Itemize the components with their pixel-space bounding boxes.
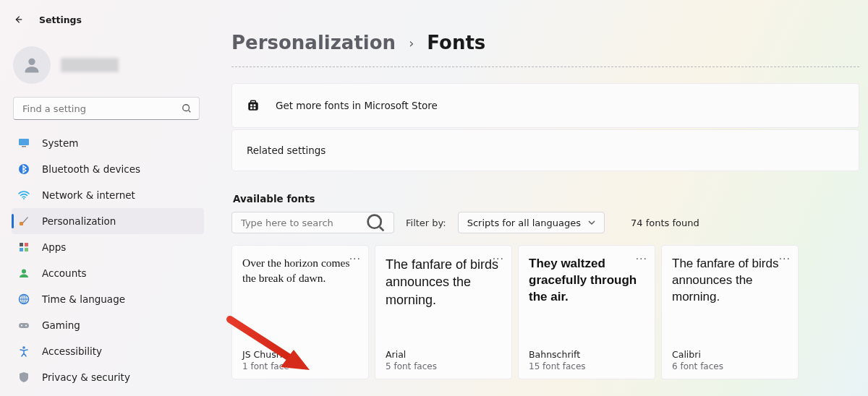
sidebar-item-accessibility[interactable]: Accessibility [12,338,204,364]
svg-rect-21 [254,104,256,106]
svg-rect-22 [250,107,252,109]
svg-rect-2 [19,139,29,145]
bluetooth-icon [17,163,30,176]
breadcrumb-current: Fonts [427,32,485,53]
shield-icon [17,371,30,384]
gamepad-icon [17,319,30,332]
font-card[interactable]: ··· They waltzed gracefully through the … [518,245,655,379]
sidebar-item-system[interactable]: System [12,130,204,156]
font-sample: They waltzed gracefully through the air. [529,256,644,345]
divider [231,66,859,67]
sidebar-item-gaming[interactable]: Gaming [12,312,204,338]
arrow-left-icon [13,14,23,25]
person-icon [22,55,42,75]
wifi-icon [17,189,30,202]
sidebar-item-label: Accounts [42,267,87,279]
svg-point-1 [183,105,190,111]
filter-by-label: Filter by: [406,218,446,228]
font-sample: Over the horizon comes the break of dawn… [242,256,358,345]
font-sample: The fanfare of birds announces the morni… [672,256,788,345]
globe-clock-icon [17,293,30,306]
sidebar-item-label: Personalization [42,215,116,227]
sidebar-item-label: Accessibility [42,345,102,357]
svg-rect-23 [254,107,256,109]
related-settings-row[interactable]: Related settings [231,129,859,171]
app-title: Settings [39,14,82,25]
svg-rect-3 [22,146,26,147]
monitor-icon [17,137,30,150]
sidebar-item-privacy[interactable]: Privacy & security [12,364,204,390]
chevron-down-icon [588,219,595,226]
sidebar-item-label: Bluetooth & devices [42,163,140,175]
sidebar-item-label: Apps [42,241,66,253]
svg-rect-7 [20,243,23,246]
font-search[interactable] [231,212,394,233]
font-card[interactable]: ··· Over the horizon comes the break of … [231,245,369,379]
account-icon [17,267,30,280]
chevron-right-icon: › [409,35,414,51]
svg-rect-9 [20,248,23,251]
profile-block[interactable] [13,46,203,84]
fonts-count: 74 fonts found [631,218,699,228]
font-grid: ··· Over the horizon comes the break of … [231,245,859,379]
breadcrumb-parent[interactable]: Personalization [231,32,396,53]
svg-rect-8 [25,243,28,246]
sidebar-item-time[interactable]: Time & language [12,286,204,312]
more-icon[interactable]: ··· [493,253,504,264]
store-link-label: Get more fonts in Microsoft Store [276,100,438,111]
sidebar-item-label: Network & internet [42,189,135,201]
svg-rect-10 [25,248,28,251]
sidebar-item-personalization[interactable]: Personalization [12,208,204,234]
svg-rect-20 [250,104,252,106]
svg-point-11 [22,270,26,274]
nav: System Bluetooth & devices Network & int… [12,130,204,390]
sidebar-item-bluetooth[interactable]: Bluetooth & devices [12,156,204,182]
store-link-row[interactable]: Get more fonts in Microsoft Store [231,83,859,128]
apps-icon [17,241,30,254]
svg-rect-14 [19,323,29,328]
font-faces: 15 font faces [529,361,644,371]
svg-point-5 [23,198,25,199]
font-faces: 6 font faces [672,361,788,371]
font-faces: 5 font faces [386,361,501,371]
svg-point-15 [21,325,22,327]
sidebar-item-network[interactable]: Network & internet [12,182,204,208]
font-card[interactable]: ··· The fanfare of birds announces the m… [375,245,512,379]
font-faces: 1 font face [242,361,358,371]
more-icon[interactable]: ··· [779,253,791,264]
filter-row: Filter by: Scripts for all languages 74 … [231,212,859,233]
main: Personalization › Fonts Get more fonts i… [210,0,868,396]
svg-point-24 [368,215,381,228]
font-name: Bahnschrift [529,349,644,360]
settings-search[interactable] [13,97,200,120]
search-icon [365,212,386,233]
paintbrush-icon [17,215,30,228]
filter-dropdown-value: Scripts for all languages [467,218,581,228]
back-button[interactable] [12,13,25,26]
svg-rect-19 [251,100,256,103]
settings-search-input[interactable] [21,103,182,115]
filter-dropdown[interactable]: Scripts for all languages [458,212,605,233]
store-icon [247,99,260,112]
profile-name [61,58,119,72]
sidebar-item-label: Time & language [42,293,125,305]
more-icon[interactable]: ··· [349,253,361,264]
font-sample: The fanfare of birds announces the morni… [386,256,501,345]
sidebar-item-label: Gaming [42,319,80,331]
svg-point-0 [28,59,35,65]
available-fonts-title: Available fonts [233,193,859,205]
font-search-input[interactable] [239,217,365,229]
related-settings-label: Related settings [247,145,326,156]
sidebar-item-label: Privacy & security [42,371,130,383]
svg-point-17 [22,346,25,349]
sidebar-item-label: System [42,137,78,149]
breadcrumb: Personalization › Fonts [231,32,859,53]
search-icon [182,103,192,113]
font-name: Arial [386,349,501,360]
sidebar-item-accounts[interactable]: Accounts [12,260,204,286]
font-card[interactable]: ··· The fanfare of birds announces the m… [661,245,799,379]
avatar [13,46,51,84]
sidebar-item-apps[interactable]: Apps [12,234,204,260]
font-name: Calibri [672,349,788,360]
more-icon[interactable]: ··· [636,253,647,264]
